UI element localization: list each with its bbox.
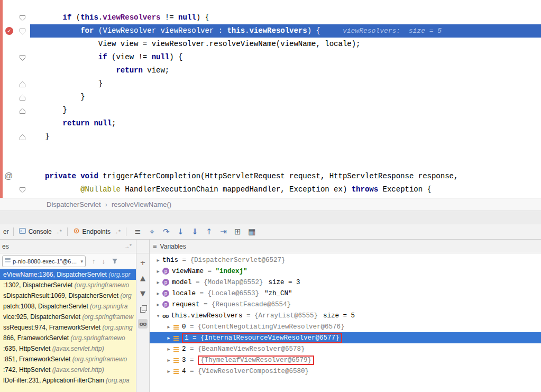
equals-sign: = (204, 268, 216, 275)
code-line[interactable]: return null; (30, 117, 541, 130)
variable-row-3[interactable]: ▸3 = {ThymeleafViewResolver@6579} (150, 354, 541, 366)
frame-package: (org.springframewo (70, 334, 125, 342)
code-line[interactable]: } (30, 104, 541, 117)
previous-frame-icon[interactable]: ↑ (92, 257, 96, 265)
frames-pin-icon[interactable]: →* (124, 243, 132, 249)
chevron-collapsed-icon[interactable]: ▸ (154, 279, 162, 285)
stack-frame-item[interactable]: :742, HttpServlet (javax.servlet.http) (0, 364, 136, 375)
code-line[interactable]: } (30, 130, 541, 143)
stack-frame-item[interactable]: :851, FrameworkServlet (org.springframew… (0, 354, 136, 364)
stack-frame-item[interactable]: :635, HttpServlet (javax.servlet.http) (0, 343, 136, 354)
frames-tab-partial[interactable]: es (2, 243, 9, 250)
chevron-expanded-icon[interactable]: ▾ (154, 313, 162, 318)
fold-open-marker-icon[interactable] (19, 54, 26, 61)
stack-frame-item[interactable]: 866, FrameworkServlet (org.springframewo (0, 333, 136, 343)
stack-frame-item[interactable]: :1302, DispatcherServlet (org.springfram… (0, 280, 136, 290)
view-as-table-icon[interactable]: ⊞ (231, 227, 245, 236)
chevron-collapsed-icon[interactable]: ▸ (154, 268, 162, 274)
code-line[interactable] (30, 143, 541, 157)
stack-frame-item[interactable]: patch:1008, DispatcherServlet (org.sprin… (0, 301, 136, 312)
tab-options-icon[interactable]: →* (54, 229, 62, 235)
code-token: this (227, 26, 245, 35)
stack-frame-item[interactable]: vice:925, DispatcherServlet (org.springf… (0, 312, 136, 322)
variable-row-viewname[interactable]: ▸pviewName = "indexj" (150, 266, 541, 277)
tab-options-icon[interactable]: →* (113, 229, 121, 235)
show-watches-icon[interactable]: oo (138, 319, 148, 329)
variable-row-2[interactable]: ▸2 = {BeanNameViewResolver@6578} (150, 343, 541, 354)
step-out-icon[interactable]: ↑ (202, 227, 216, 236)
code-line[interactable]: @Nullable HandlerExecutionChain mappedHa… (30, 183, 541, 196)
variable-value: {RequestFacade@6554} (212, 301, 291, 308)
run-to-cursor-icon[interactable]: ⇥ (216, 227, 231, 236)
code-line[interactable]: return view; (30, 64, 541, 77)
code-text: @Nullable HandlerExecutionChain mappedHa… (80, 185, 432, 194)
fold-open-marker-icon[interactable] (19, 186, 26, 193)
variables-menu-icon[interactable]: ≡ (153, 242, 157, 250)
tab-console[interactable]: Console →* (15, 227, 66, 236)
code-line[interactable]: View view = viewResolver.resolveViewName… (30, 38, 541, 51)
code-line[interactable]: } (30, 90, 541, 104)
code-line[interactable]: if (view != null) { (30, 51, 541, 64)
code-line[interactable]: if (this.viewResolvers != null) { (30, 11, 541, 24)
settings-menu-icon[interactable]: ≡ (131, 227, 145, 236)
stack-frame-item[interactable]: sDispatchResult:1069, DispatcherServlet … (0, 290, 136, 301)
breadcrumb-method[interactable]: resolveViewName() (112, 200, 171, 208)
chevron-collapsed-icon[interactable]: ▸ (154, 290, 162, 296)
step-over-icon[interactable]: ↷ (159, 227, 173, 236)
chevron-collapsed-icon[interactable]: ▸ (164, 335, 173, 341)
copy-icon[interactable] (138, 304, 148, 313)
layout-settings-icon[interactable]: ▦ (245, 227, 259, 236)
breakpoint-icon[interactable]: ✓ (5, 27, 13, 35)
variable-row-0[interactable]: ▸0 = {ContentNegotiatingViewResolver@657… (150, 321, 541, 332)
panel-header: es →* ≡ Variables (0, 240, 541, 253)
next-frame-icon[interactable]: ↓ (102, 257, 106, 265)
code-text: for (ViewResolver viewResolver : this.vi… (80, 26, 442, 35)
stack-frame-item[interactable]: eViewName:1366, DispatcherServlet (org.s… (0, 269, 136, 280)
fold-close-marker-icon[interactable] (19, 107, 26, 114)
chevron-collapsed-icon[interactable]: ▸ (164, 357, 173, 363)
chevron-collapsed-icon[interactable]: ▸ (154, 257, 162, 263)
show-execution-point-icon[interactable]: ⌖ (145, 227, 159, 236)
fold-open-marker-icon[interactable] (19, 14, 26, 21)
equals-sign: = (186, 323, 198, 331)
variable-row-request[interactable]: ▸prequest = {RequestFacade@6554} (150, 299, 541, 310)
equals-sign: = (186, 357, 198, 364)
chevron-collapsed-icon[interactable]: ▸ (164, 324, 173, 330)
navigate-up-icon[interactable]: ▲ (138, 273, 148, 282)
step-into-icon[interactable]: ↓ (173, 227, 188, 236)
stack-frame-item[interactable]: ssRequest:974, FrameworkServlet (org.spr… (0, 322, 136, 333)
variable-value: {ViewResolverComposite@6580} (198, 368, 309, 375)
navigate-down-icon[interactable]: ▼ (138, 288, 148, 298)
stack-frame-item[interactable]: lDoFilter:231, ApplicationFilterChain (o… (0, 375, 136, 386)
fold-close-marker-icon[interactable] (19, 133, 26, 140)
tab-endpoints[interactable]: Endpoints →* (69, 227, 125, 236)
code-token: void (80, 172, 98, 180)
add-watch-icon[interactable]: + (138, 258, 148, 267)
variable-row-this-viewresolvers[interactable]: ▾oothis.viewResolvers = {ArrayList@6555}… (150, 310, 541, 321)
variable-row-4[interactable]: ▸4 = {ViewResolverComposite@6580} (150, 366, 541, 377)
variable-extra: size = 5 (323, 312, 355, 320)
variable-row-this[interactable]: ▸this = {DispatcherServlet@6527} (150, 254, 541, 266)
code-token: ) { (307, 26, 320, 35)
code-line[interactable]: private void triggerAfterCompletion(Http… (30, 170, 541, 183)
breadcrumb-class[interactable]: DispatcherServlet (47, 200, 101, 208)
variable-row-model[interactable]: ▸pmodel = {ModelMap@6552}size = 3 (150, 277, 541, 288)
fold-open-marker-icon[interactable] (19, 28, 26, 34)
code-line[interactable] (30, 157, 541, 170)
filter-icon[interactable] (112, 258, 118, 264)
chevron-collapsed-icon[interactable]: ▸ (164, 368, 173, 374)
variable-row-1[interactable]: ▸1 = {InternalResourceViewResolver@6577} (150, 332, 541, 343)
chevron-collapsed-icon[interactable]: ▸ (164, 346, 173, 352)
tab-debugger-partial[interactable]: er (0, 228, 12, 235)
chevron-collapsed-icon[interactable]: ▸ (154, 302, 162, 307)
code-line[interactable]: } (30, 77, 541, 90)
equals-sign: = (196, 290, 208, 297)
thread-selector-dropdown[interactable]: p-nio-8080-exec-1"@6,2... ▾ (2, 256, 86, 267)
frames-panel-header: es →* (0, 240, 136, 253)
variable-row-locale[interactable]: ▸plocale = {Locale@6553}"zh_CN" (150, 288, 541, 299)
parameter-icon: p (162, 290, 169, 297)
fold-close-marker-icon[interactable] (19, 80, 26, 87)
fold-close-marker-icon[interactable] (19, 94, 26, 101)
current-execution-line[interactable]: for (ViewResolver viewResolver : this.vi… (30, 24, 541, 38)
force-step-into-icon[interactable]: ⇓ (188, 227, 202, 236)
